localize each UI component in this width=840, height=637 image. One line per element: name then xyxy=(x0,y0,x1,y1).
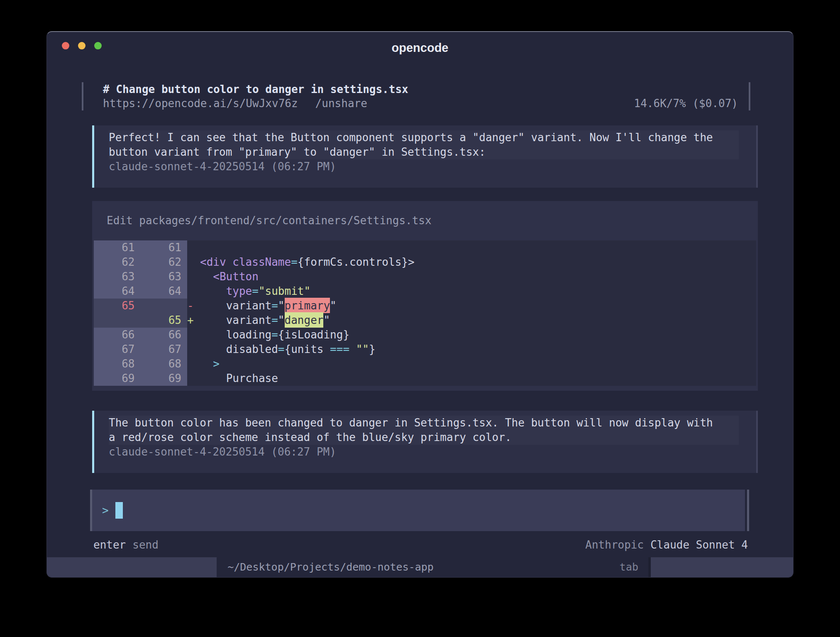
status-bar-right: tab BUILDMODE xyxy=(620,557,793,577)
code-segment: {formCs.controls}> xyxy=(298,256,415,268)
diff-gutter: 65 xyxy=(94,299,187,313)
tab-key-hint[interactable]: tab xyxy=(620,557,638,577)
line-number-old: 61 xyxy=(94,240,141,255)
working-directory: ~/Desktop/Projects/demo-notes-app xyxy=(227,557,434,577)
diff-code-line: Purchase xyxy=(187,371,756,386)
diff-row: 6969 Purchase xyxy=(94,371,756,386)
code-segment: " xyxy=(323,314,330,326)
mode-badge[interactable]: BUILDMODE xyxy=(651,557,793,577)
code-segment: disabled xyxy=(226,343,278,355)
diff-gutter: 6868 xyxy=(94,357,187,371)
line-number-new: 63 xyxy=(141,270,188,284)
line-number-new: 64 xyxy=(141,284,188,299)
window-titlebar[interactable]: opencode xyxy=(47,32,793,59)
diff-marker: - xyxy=(187,299,200,313)
line-number-old: 65 xyxy=(94,299,141,313)
code-segment: <Button xyxy=(213,270,259,283)
code-segment: variant xyxy=(226,299,272,312)
line-number-old: 63 xyxy=(94,270,141,284)
code-segment xyxy=(200,314,226,326)
diff-gutter: 6666 xyxy=(94,328,187,342)
line-number-old: 69 xyxy=(94,371,141,386)
share-url-link[interactable]: https://opencode.ai/s/UwJxv76z xyxy=(103,97,298,110)
diff-row: 6767 disabled={units === ""} xyxy=(94,342,756,357)
diff-gutter: 65 xyxy=(94,313,187,328)
diff-code-line: > xyxy=(187,357,756,371)
message-line: button variant from "primary" to "danger… xyxy=(109,145,739,159)
code-segment xyxy=(226,256,233,268)
model-name: Claude Sonnet 4 xyxy=(650,539,748,551)
code-segment: = xyxy=(271,299,278,312)
code-segment: > xyxy=(213,358,220,370)
code-segment xyxy=(200,285,226,297)
code-segment: className xyxy=(232,256,291,268)
diff-view: 61616262<div className={formCs.controls}… xyxy=(94,240,756,386)
message-text: Perfect! I can see that the Button compo… xyxy=(109,130,739,159)
prompt-symbol: > xyxy=(102,504,109,517)
code-segment: = xyxy=(271,328,278,341)
diff-gutter: 6161 xyxy=(94,240,187,255)
code-segment: loading xyxy=(226,328,272,341)
line-number-new: 68 xyxy=(141,357,188,371)
message-model-info: claude-sonnet-4-20250514 (06:27 PM) xyxy=(109,445,746,459)
code-segment: " xyxy=(330,299,337,312)
diff-code-line: <div className={formCs.controls}> xyxy=(187,255,756,270)
code-segment: primary xyxy=(285,298,330,314)
code-segment xyxy=(200,343,226,355)
zoom-button[interactable] xyxy=(94,42,102,49)
message-line: The button color has been changed to dan… xyxy=(109,416,739,430)
input-hint-row: entersend AnthropicClaude Sonnet 4 xyxy=(93,538,748,552)
code-segment: variant xyxy=(226,314,272,326)
line-number-new: 69 xyxy=(141,371,188,386)
opencode-window: opencode # Change button color to danger… xyxy=(46,31,794,578)
app-version-badge: opencodev0.3.11 xyxy=(47,557,217,577)
message-model-info: claude-sonnet-4-20250514 (06:27 PM) xyxy=(109,159,746,174)
diff-row: 6262<div className={formCs.controls}> xyxy=(94,255,756,270)
line-number-old: 67 xyxy=(94,342,141,357)
code-segment: = xyxy=(278,343,285,355)
code-segment: "submit" xyxy=(259,285,310,297)
desktop-background: opencode # Change button color to danger… xyxy=(0,0,840,637)
diff-gutter: 6262 xyxy=(94,255,187,270)
diff-code-line xyxy=(187,240,756,255)
traffic-lights xyxy=(62,42,102,49)
diff-code-line: <Button xyxy=(187,270,756,284)
code-segment xyxy=(200,358,213,370)
diff-gutter: 6464 xyxy=(94,284,187,299)
code-segment: " xyxy=(278,314,285,326)
minimize-button[interactable] xyxy=(78,42,85,49)
code-segment xyxy=(200,270,213,283)
line-number-old: 68 xyxy=(94,357,141,371)
line-number-old xyxy=(94,313,141,328)
model-indicator: AnthropicClaude Sonnet 4 xyxy=(585,538,748,552)
diff-gutter: 6767 xyxy=(94,342,187,357)
context-usage-stats: 14.6K/7% ($0.07) xyxy=(634,96,738,110)
code-segment: danger xyxy=(285,312,324,328)
line-number-new: 66 xyxy=(141,328,188,342)
line-number-new: 67 xyxy=(141,342,188,357)
diff-code-line: loading={isLoading} xyxy=(187,328,756,342)
send-hint: entersend xyxy=(93,538,159,552)
enter-key-hint: enter xyxy=(93,539,126,551)
code-segment: = xyxy=(291,256,298,268)
code-segment xyxy=(349,343,356,355)
code-segment xyxy=(200,372,226,385)
code-segment: = xyxy=(271,314,278,326)
line-number-old: 66 xyxy=(94,328,141,342)
status-bar: opencodev0.3.11 ~/Desktop/Projects/demo-… xyxy=(47,557,793,577)
code-segment: === xyxy=(330,343,349,355)
terminal-content: # Change button color to danger in setti… xyxy=(47,59,793,557)
code-segment xyxy=(200,328,226,341)
message-text: The button color has been changed to dan… xyxy=(109,416,739,445)
diff-code-line: - variant="primary" xyxy=(187,299,756,313)
line-number-new: 65 xyxy=(141,313,188,328)
unshare-command[interactable]: /unshare xyxy=(315,97,367,110)
code-segment: <div xyxy=(200,256,226,268)
code-segment: type xyxy=(226,285,252,297)
message-line: a red/rose color scheme instead of the b… xyxy=(109,430,739,445)
code-segment: {isLoading} xyxy=(278,328,349,341)
code-segment: = xyxy=(252,285,259,297)
session-header: # Change button color to danger in setti… xyxy=(82,81,750,111)
close-button[interactable] xyxy=(62,42,69,49)
prompt-input[interactable]: > xyxy=(92,490,745,531)
